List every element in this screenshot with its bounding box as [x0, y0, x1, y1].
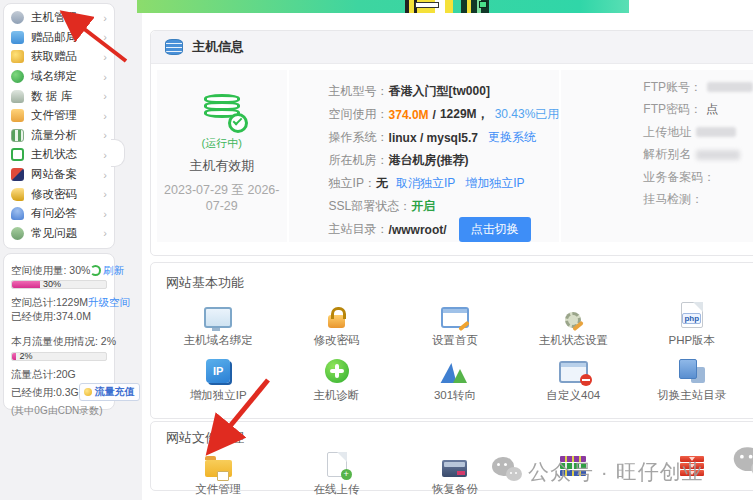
host-model-row: 主机型号： 香港入门型[tw000] — [329, 80, 560, 103]
fn-host-domain-bind[interactable]: 主机域名绑定 — [159, 301, 277, 348]
host-domain-bind-icon — [204, 307, 232, 328]
chevron-right-icon: › — [103, 51, 107, 63]
fn-custom-404[interactable]: 自定义404 — [514, 356, 632, 403]
fn-add-independent-ip[interactable]: IP 增加独立IP — [159, 356, 277, 403]
host-diagnose-icon — [325, 359, 349, 383]
sidebar-item-qa[interactable]: 有问必答 › — [4, 204, 114, 224]
sidebar-item-host-status[interactable]: 主机状态 › — [4, 145, 114, 165]
qa-icon — [11, 207, 24, 220]
fn-switch-root-dir[interactable]: 切换主站目录 — [633, 356, 751, 403]
basic-functions-title: 网站基本功能 — [151, 263, 753, 292]
fn-file-manager[interactable]: 文件管理 — [159, 450, 277, 497]
sidebar-item-faq[interactable]: 常见问题 › — [4, 224, 114, 244]
validity-dates: 2023-07-29 至 2026-07-29 — [157, 182, 287, 213]
sidebar-item-label: 常见问题 — [31, 226, 96, 241]
traffic-usage-progressbar: 2% — [11, 352, 107, 361]
host-status-column: (运行中) 主机有效期 2023-07-29 至 2026-07-29 — [157, 70, 287, 242]
file-management-title: 网站文件管理 — [151, 422, 753, 447]
traffic-recharge-button[interactable]: 流量充值 — [79, 383, 140, 401]
sidebar-item-traffic-analysis[interactable]: 流量分析 › — [4, 126, 114, 146]
sidebar-item-label: 赠品邮局 — [31, 30, 96, 45]
sidebar-item-change-password[interactable]: 修改密码 › — [4, 184, 114, 204]
root-dir-row: 主站目录： /wwwroot/ 点击切换 — [329, 218, 560, 241]
change-password-icon — [328, 315, 345, 328]
host-control-panel: 主机管理 › 赠品邮局 › 获取赠品 › 域名绑定 › 数 据 库 › 文件管理… — [0, 0, 753, 500]
host-manage-icon — [11, 11, 24, 24]
database-icon — [165, 39, 183, 55]
sidebar-item-gift-mail[interactable]: 赠品邮局 › — [4, 28, 114, 48]
sidebar-item-get-gift[interactable]: 获取赠品 › — [4, 47, 114, 67]
site-record-icon — [11, 168, 24, 181]
pixel-art-icon — [405, 0, 453, 13]
sidebar-item-host-manage[interactable]: 主机管理 › — [4, 8, 114, 28]
fn-301-redirect[interactable]: 301转向 — [396, 356, 514, 403]
refresh-link[interactable]: 刷新 — [90, 263, 124, 277]
space-used-text: 已经使用:374.0M — [11, 309, 107, 324]
file-manage-icon — [11, 109, 24, 122]
upload-address-row: 上传地址 — [643, 121, 753, 144]
sidebar-collapse-handle[interactable] — [111, 139, 125, 167]
sidebar-item-site-record[interactable]: 网站备案 › — [4, 165, 114, 185]
os-row: 操作系统： linux / mysql5.7 更换系统 — [329, 126, 560, 149]
datacenter-row: 所在机房： 港台机房(推荐) — [329, 149, 560, 172]
sidebar-item-label: 文件管理 — [31, 108, 96, 123]
cancel-ip-link[interactable]: 取消独立IP — [396, 175, 455, 192]
sidebar-item-database[interactable]: 数 据 库 › — [4, 86, 114, 106]
switch-root-dir-icon — [679, 359, 705, 383]
malware-check-row: 挂马检测： — [643, 189, 753, 212]
fn-set-homepage[interactable]: 设置首页 — [396, 301, 514, 348]
alias-row: 解析别名 — [643, 144, 753, 167]
space-usage-progressbar: 30% — [11, 280, 107, 289]
sidebar-item-label: 数 据 库 — [31, 89, 96, 104]
online-upload-icon: + — [327, 452, 347, 477]
add-ip-link[interactable]: 增加独立IP — [465, 175, 524, 192]
domain-bind-icon — [11, 70, 24, 83]
host-status-icon — [11, 148, 24, 161]
redacted-value — [707, 82, 753, 92]
chevron-right-icon: › — [103, 71, 107, 83]
sidebar-item-label: 主机状态 — [31, 147, 96, 162]
gift-mail-icon — [11, 31, 24, 44]
pixel-banner — [137, 0, 629, 13]
chevron-right-icon: › — [103, 12, 107, 24]
change-os-link[interactable]: 更换系统 — [488, 129, 536, 146]
host-status-settings-icon — [565, 312, 581, 328]
check-badge-icon — [228, 113, 248, 133]
traffic-used-text: 已经使用:0.3G — [11, 385, 79, 399]
chevron-right-icon: › — [103, 188, 107, 200]
switch-dir-button[interactable]: 点击切换 — [459, 217, 531, 242]
redirect-301-icon — [442, 361, 468, 383]
fn-host-diagnose[interactable]: 主机诊断 — [277, 356, 395, 403]
space-total-text: 空间总计:1229M — [11, 295, 88, 309]
wechat-icon — [734, 447, 753, 485]
fn-change-password[interactable]: 修改密码 — [277, 301, 395, 348]
refresh-icon — [90, 265, 101, 276]
validity-label: 主机有效期 — [157, 157, 287, 175]
sidebar-menu: 主机管理 › 赠品邮局 › 获取赠品 › 域名绑定 › 数 据 库 › 文件管理… — [3, 3, 115, 249]
upgrade-space-link[interactable]: 升级空间 — [88, 295, 130, 309]
space-usage-row: 空间使用： 374.0M / 1229M， 30.43%已用 — [329, 103, 560, 126]
watermark-text: 公众号 · 旺仔创业 — [528, 458, 704, 486]
chevron-right-icon: › — [103, 90, 107, 102]
progress-fill — [12, 281, 40, 288]
wechat-icon — [492, 457, 526, 487]
fn-host-status-settings[interactable]: 主机状态设置 — [514, 301, 632, 348]
fn-online-upload[interactable]: + 在线上传 — [277, 450, 395, 497]
ftp-account-row: FTP账号： — [643, 76, 753, 99]
progress-fill — [12, 353, 16, 360]
space-usage-label: 空间使用量: 30% — [11, 263, 90, 277]
basic-functions-card: 网站基本功能 主机域名绑定 修改密码 设置首页 主机状态设置 php PHP版本 — [150, 262, 753, 419]
sidebar-item-domain-bind[interactable]: 域名绑定 › — [4, 67, 114, 87]
cdn-note: (其中0G由CDN录数) — [11, 404, 107, 418]
sidebar-item-label: 网站备案 — [31, 167, 96, 182]
chevron-right-icon: › — [103, 129, 107, 141]
database-icon — [11, 90, 24, 103]
ssl-status-row: SSL部署状态： 开启 — [329, 195, 560, 218]
fn-php-version[interactable]: php PHP版本 — [633, 301, 751, 348]
sidebar-item-label: 主机管理 — [31, 10, 96, 25]
sidebar-item-file-manage[interactable]: 文件管理 › — [4, 106, 114, 126]
independent-ip-row: 独立IP： 无 取消独立IP 增加独立IP — [329, 172, 560, 195]
chevron-right-icon: › — [103, 31, 107, 43]
pixel-art-icon — [461, 0, 489, 13]
traffic-total-text: 流量总计:20G — [11, 367, 107, 382]
